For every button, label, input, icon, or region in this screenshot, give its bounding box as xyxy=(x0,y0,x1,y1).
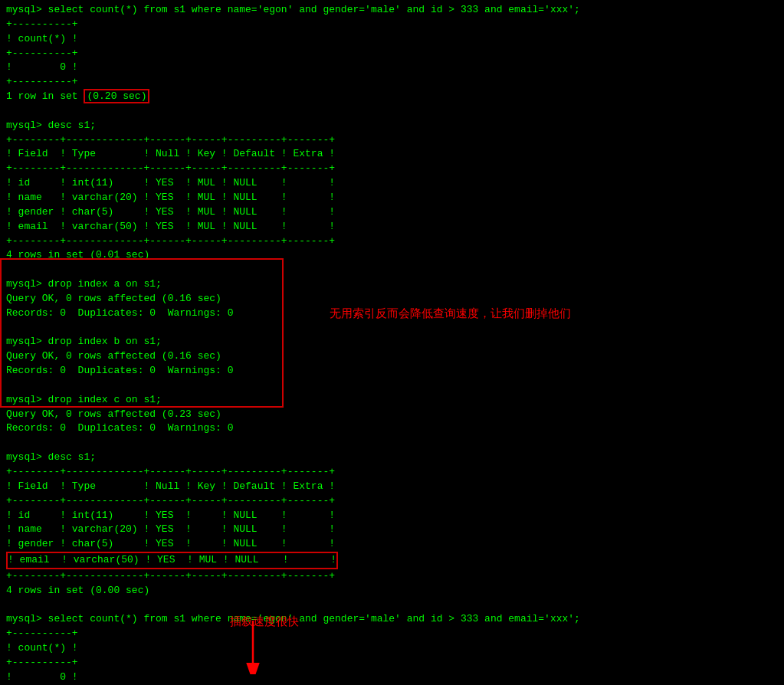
line-drop-c1: mysql> drop index c on s1; xyxy=(6,393,778,408)
annotation-text-1: 无用索引反而会降低查询速度，让我们删掉他们 xyxy=(330,305,571,322)
terminal-window: mysql> select count(*) from s1 where nam… xyxy=(0,0,784,685)
line-blank-2 xyxy=(6,263,778,277)
line-t5: ! name ! varchar(20) ! YES ! MUL ! NULL … xyxy=(6,191,778,205)
line-drop-a2: Query OK, 0 rows affected (0.16 sec) xyxy=(6,292,778,306)
line-t7: ! email ! varchar(50) ! YES ! MUL ! NULL… xyxy=(6,220,778,234)
line-drop-c2: Query OK, 0 rows affected (0.23 sec) xyxy=(6,408,778,422)
line-t2-4: ! id ! int(11) ! YES ! ! NULL ! ! xyxy=(6,509,778,523)
line-t2-2: ! Field ! Type ! Null ! Key ! Default ! … xyxy=(6,480,778,494)
line-t2-6: ! gender ! char(5) ! YES ! ! NULL ! ! xyxy=(6,537,778,552)
line-blank-6 xyxy=(6,598,778,613)
line-t2-5: ! name ! varchar(20) ! YES ! ! NULL ! ! xyxy=(6,523,778,537)
line-drop-c3: Records: 0 Duplicates: 0 Warnings: 0 xyxy=(6,421,778,436)
line-blank-1 xyxy=(6,104,778,119)
line-3: ! count(*) ! xyxy=(6,32,778,47)
line-4: +----------+ xyxy=(6,47,778,61)
line-t3: +--------+-------------+------+-----+---… xyxy=(6,162,778,176)
line-t9: 4 rows in set (0.01 sec) xyxy=(6,248,778,263)
line-blank-4 xyxy=(6,379,778,393)
line-s2-4: ! 0 ! xyxy=(6,670,778,685)
line-2: +----------+ xyxy=(6,18,778,32)
line-5: ! 0 ! xyxy=(6,61,778,75)
line-t2: ! Field ! Type ! Null ! Key ! Default ! … xyxy=(6,147,778,162)
line-desc1: mysql> desc s1; xyxy=(6,119,778,133)
line-6: +----------+ xyxy=(6,75,778,90)
line-t2-3: +--------+-------------+------+-----+---… xyxy=(6,494,778,509)
line-t4: ! id ! int(11) ! YES ! MUL ! NULL ! ! xyxy=(6,176,778,191)
line-blank-3 xyxy=(6,321,778,336)
line-t2-8: +--------+-------------+------+-----+---… xyxy=(6,569,778,584)
line-1: mysql> select count(*) from s1 where nam… xyxy=(6,3,778,18)
line-t1: +--------+-------------+------+-----+---… xyxy=(6,133,778,148)
line-drop-b2: Query OK, 0 rows affected (0.16 sec) xyxy=(6,349,778,364)
line-t2-1: +--------+-------------+------+-----+---… xyxy=(6,465,778,480)
line-t6: ! gender ! char(5) ! YES ! MUL ! NULL ! … xyxy=(6,205,778,220)
time-highlight-1: (0.20 sec) xyxy=(84,89,149,103)
line-t2-9: 4 rows in set (0.00 sec) xyxy=(6,584,778,598)
line-s2-3: +----------+ xyxy=(6,656,778,670)
line-7: 1 row in set (0.20 sec) xyxy=(6,90,778,104)
line-drop-a1: mysql> drop index a on s1; xyxy=(6,277,778,292)
line-drop-b3: Records: 0 Duplicates: 0 Warnings: 0 xyxy=(6,364,778,379)
line-blank-5 xyxy=(6,436,778,451)
line-s2-2: ! count(*) ! xyxy=(6,641,778,656)
line-desc2: mysql> desc s1; xyxy=(6,451,778,465)
annotation-text-2: 插叙速度很快 xyxy=(230,613,299,630)
line-drop-b1: mysql> drop index b on s1; xyxy=(6,335,778,349)
line-s2-1: +----------+ xyxy=(6,627,778,641)
line-t2-7: ! email ! varchar(50) ! YES ! MUL ! NULL… xyxy=(6,552,338,569)
line-t8: +--------+-------------+------+-----+---… xyxy=(6,234,778,249)
line-sel2: mysql> select count(*) from s1 where nam… xyxy=(6,612,778,627)
